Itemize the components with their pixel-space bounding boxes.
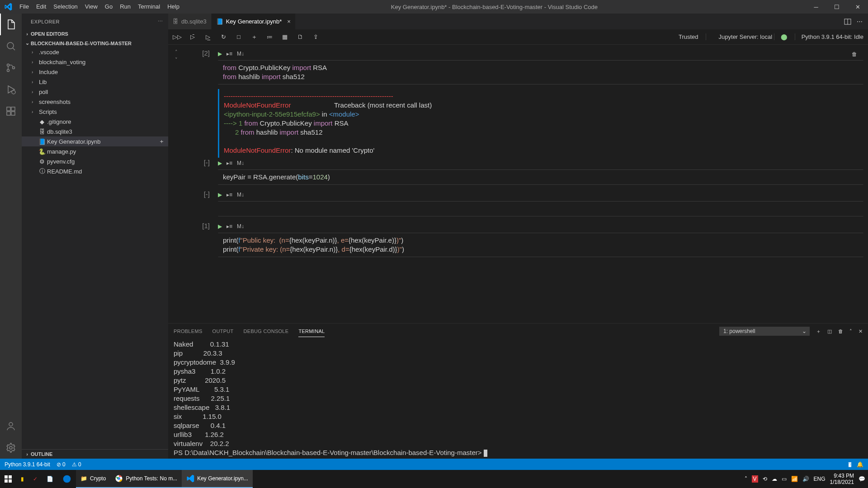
move-down-icon[interactable]: ˅ xyxy=(175,57,178,63)
kill-terminal-icon[interactable]: 🗑 xyxy=(838,328,843,334)
taskbar-edge[interactable] xyxy=(58,470,76,488)
taskbar-app-3[interactable]: 📄 xyxy=(42,470,58,488)
run-by-line-icon[interactable]: ▸≡ xyxy=(226,160,232,166)
folder-lib[interactable]: ›Lib xyxy=(22,77,168,87)
tray-action-center-icon[interactable]: 💬 xyxy=(859,476,865,482)
file-pyvenv-cfg[interactable]: ⚙pyvenv.cfg xyxy=(22,156,168,166)
folder-poll[interactable]: ›poll xyxy=(22,87,168,97)
maximize-panel-icon[interactable]: ˄ xyxy=(849,328,852,334)
start-button[interactable] xyxy=(0,470,16,488)
trusted-label[interactable]: Trusted xyxy=(672,33,698,40)
variables-icon[interactable]: ≔ xyxy=(265,33,274,40)
file-readme-md[interactable]: ⓘREADME.md xyxy=(22,166,168,176)
markdown-icon[interactable]: M↓ xyxy=(237,160,244,166)
errors-status[interactable]: ⊘ 0 xyxy=(57,461,66,468)
terminal-tab[interactable]: TERMINAL xyxy=(298,326,325,337)
file-manage-py[interactable]: 🐍manage.py xyxy=(22,146,168,156)
run-below-icon[interactable]: ▷̲ xyxy=(203,33,212,40)
open-editors-section[interactable]: ›OPEN EDITORS xyxy=(22,30,168,38)
outline-section[interactable]: ›OUTLINE xyxy=(22,450,168,458)
run-all-icon[interactable]: ▷▷ xyxy=(173,33,182,40)
new-terminal-icon[interactable]: ＋ xyxy=(816,328,821,335)
kernel-label[interactable]: Python 3.9.1 64-bit: Idle xyxy=(795,33,863,40)
gear-icon[interactable] xyxy=(0,437,22,459)
taskbar-app-1[interactable]: ▮ xyxy=(16,470,28,488)
file-db-sqlite3[interactable]: 🗄db.sqlite3 xyxy=(22,127,168,136)
feedback-icon[interactable]: 🯄 xyxy=(849,461,851,468)
project-section[interactable]: ⌄BLOCKCHAIN-BASED-E-VOTING-MASTER xyxy=(22,39,168,47)
explorer-icon[interactable] xyxy=(0,14,22,35)
tray-battery-icon[interactable]: ▭ xyxy=(782,476,787,482)
tray-chevron-icon[interactable]: ˄ xyxy=(745,476,747,482)
run-debug-icon[interactable] xyxy=(0,79,22,100)
tray-app-v-icon[interactable]: V xyxy=(752,475,758,483)
markdown-icon[interactable]: M↓ xyxy=(237,223,244,230)
maximize-icon[interactable]: ☐ xyxy=(826,0,847,14)
interrupt-icon[interactable]: □ xyxy=(234,33,243,40)
split-terminal-icon[interactable]: ◫ xyxy=(827,328,832,334)
tray-volume-icon[interactable]: 🔊 xyxy=(802,476,809,482)
run-cell-icon[interactable]: ▶ xyxy=(218,223,222,230)
tray-cloud-icon[interactable]: ☁ xyxy=(772,476,777,482)
tray-language[interactable]: ENG xyxy=(814,476,826,482)
taskbar-folder[interactable]: 📁Crypto xyxy=(76,470,110,488)
menu-terminal[interactable]: Terminal xyxy=(134,0,164,14)
close-icon[interactable]: ✕ xyxy=(847,0,868,14)
code-cell[interactable] xyxy=(218,201,863,216)
output-tab[interactable]: OUTPUT xyxy=(212,326,234,337)
tray-clock[interactable]: 9:43 PM1/18/2021 xyxy=(830,473,854,485)
tab-key-generator[interactable]: 📘Key Generator.ipynb*× xyxy=(212,14,296,29)
save-icon[interactable]: 🗋 xyxy=(296,33,305,40)
run-by-line-icon[interactable]: ▸≡ xyxy=(226,51,232,57)
outline-icon[interactable]: ▦ xyxy=(280,33,289,40)
terminal-body[interactable]: Naked 0.1.31 pip 20.3.3 pycryptodome 3.9… xyxy=(168,339,868,459)
tray-steam-icon[interactable]: ⟲ xyxy=(763,476,767,482)
move-up-icon[interactable]: ˄ xyxy=(175,49,178,55)
minimize-icon[interactable]: ─ xyxy=(806,0,826,14)
file--gitignore[interactable]: ◆.gitignore xyxy=(22,117,168,127)
file-key-generator-ipynb[interactable]: 📘Key Generator.ipynb＋ xyxy=(22,136,168,146)
menu-run[interactable]: Run xyxy=(116,0,134,14)
folder--vscode[interactable]: ›.vscode xyxy=(22,47,168,57)
jupyter-server-label[interactable]: Jupyter Server: local ⬤ xyxy=(706,33,788,40)
run-above-icon[interactable]: ▷̄ xyxy=(188,33,197,40)
menu-edit[interactable]: Edit xyxy=(33,0,50,14)
run-cell-icon[interactable]: ▶ xyxy=(218,160,222,166)
add-cell-icon[interactable]: ＋ xyxy=(250,33,259,41)
tray-wifi-icon[interactable]: 📶 xyxy=(791,476,798,482)
folder-include[interactable]: ›Include xyxy=(22,67,168,77)
code-cell[interactable]: keyPair = RSA.generate(bits=1024) xyxy=(218,169,863,185)
markdown-icon[interactable]: M↓ xyxy=(237,51,244,57)
warnings-status[interactable]: ⚠ 0 xyxy=(72,461,81,468)
problems-tab[interactable]: PROBLEMS xyxy=(174,326,203,337)
delete-cell-icon[interactable]: 🗑 xyxy=(852,51,857,57)
add-cell-inline-icon[interactable]: ＋ xyxy=(159,137,165,145)
extensions-icon[interactable] xyxy=(0,100,22,122)
menu-view[interactable]: View xyxy=(81,0,101,14)
tab-db-sqlite3[interactable]: 🗄db.sqlite3 xyxy=(168,14,212,29)
search-icon[interactable] xyxy=(0,35,22,57)
notebook-body[interactable]: ˄˅[2]▶▸≡M↓🗑from Crypto.PublicKey import … xyxy=(168,45,868,323)
code-cell[interactable]: print(f"Public key: (n={hex(keyPair.n)},… xyxy=(218,233,863,257)
terminal-select[interactable]: 1: powershell⌄ xyxy=(719,327,810,336)
close-panel-icon[interactable]: ✕ xyxy=(859,328,863,334)
menu-file[interactable]: File xyxy=(16,0,33,14)
menu-help[interactable]: Help xyxy=(164,0,183,14)
run-cell-icon[interactable]: ▶ xyxy=(218,51,222,57)
menu-go[interactable]: Go xyxy=(101,0,116,14)
folder-blockchain-voting[interactable]: ›blockchain_voting xyxy=(22,57,168,67)
taskbar-app-2[interactable]: ✓ xyxy=(28,470,42,488)
python-env-status[interactable]: Python 3.9.1 64-bit xyxy=(5,461,50,468)
code-cell[interactable]: from Crypto.PublicKey import RSA from ha… xyxy=(218,60,863,84)
run-by-line-icon[interactable]: ▸≡ xyxy=(226,192,232,198)
notifications-icon[interactable]: 🔔 xyxy=(857,461,863,468)
markdown-icon[interactable]: M↓ xyxy=(237,192,244,198)
menu-selection[interactable]: Selection xyxy=(50,0,81,14)
debug-console-tab[interactable]: DEBUG CONSOLE xyxy=(244,326,289,337)
account-icon[interactable] xyxy=(0,415,22,437)
more-actions-icon[interactable]: ⋯ xyxy=(857,18,863,25)
more-icon[interactable]: ⋯ xyxy=(158,19,163,24)
taskbar-vscode[interactable]: Key Generator.ipyn... xyxy=(182,470,253,488)
folder-screenshots[interactable]: ›screenshots xyxy=(22,97,168,107)
taskbar-chrome[interactable]: Python Tests: No m... xyxy=(110,470,182,488)
